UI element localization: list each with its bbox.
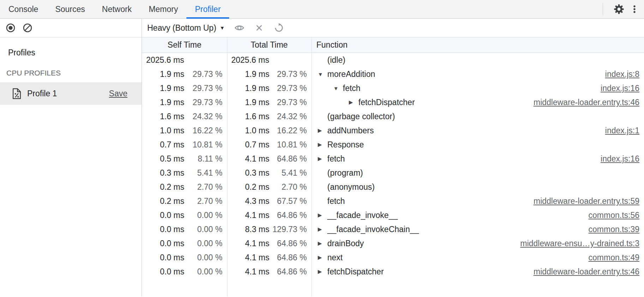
function-cell: ▶ __facade_invokeChain__ common.ts:39	[311, 225, 644, 234]
table-row[interactable]: 0.7 ms 10.81 % 0.7 ms 10.81 % ▶ Response	[142, 138, 644, 152]
view-mode-dropdown[interactable]: Heavy (Bottom Up) ▼	[147, 23, 225, 33]
function-name: __facade_invokeChain__	[327, 225, 419, 234]
self-time-percent: 10.81 %	[184, 140, 227, 150]
tree-expander-icon[interactable]: ▶	[318, 240, 327, 247]
source-location-link[interactable]: common.ts:39	[589, 225, 644, 234]
total-time-value: 4.1 ms	[227, 154, 269, 164]
source-location-link[interactable]: middleware-ensu…y-drained.ts:3	[520, 239, 644, 248]
tree-expander-icon[interactable]: ▶	[318, 254, 327, 261]
self-time-percent: 29.73 %	[184, 98, 227, 107]
self-time-cell: 0.2 ms 2.70 %	[142, 182, 227, 192]
refresh-icon[interactable]	[274, 23, 284, 33]
source-location-link[interactable]: index.js:1	[605, 126, 644, 135]
column-divider[interactable]	[227, 37, 227, 297]
gear-icon[interactable]	[614, 4, 624, 14]
save-profile-link[interactable]: Save	[109, 89, 127, 98]
total-time-value: 4.1 ms	[227, 267, 269, 277]
table-row[interactable]: 0.0 ms 0.00 % 4.1 ms 64.86 % ▶ next comm…	[142, 250, 644, 265]
self-time-cell: 0.0 ms 0.00 %	[142, 225, 227, 234]
total-time-cell: 1.9 ms 29.73 %	[227, 69, 311, 79]
grid-body: 2025.6 ms 2025.6 ms (idle) 1.9 ms 29.73 …	[142, 53, 644, 297]
self-time-cell: 0.0 ms 0.00 %	[142, 253, 227, 262]
column-divider[interactable]	[311, 37, 312, 297]
self-time-cell: 1.6 ms 24.32 %	[142, 112, 227, 121]
table-row[interactable]: 0.3 ms 5.41 % 0.3 ms 5.41 % (program)	[142, 166, 644, 180]
self-time-cell: 0.0 ms 0.00 %	[142, 239, 227, 248]
self-time-value: 0.3 ms	[142, 168, 184, 178]
tabbar-right-controls	[603, 0, 644, 18]
eye-icon[interactable]	[234, 23, 244, 33]
tab-console[interactable]: Console	[0, 0, 47, 18]
column-header-total-time[interactable]: Total Time	[227, 40, 311, 50]
self-time-cell: 0.0 ms 0.00 %	[142, 267, 227, 277]
total-time-cell: 0.3 ms 5.41 %	[227, 168, 311, 178]
sidebar-item-profile-1[interactable]: Profile 1 Save	[0, 82, 142, 105]
total-time-cell: 4.1 ms 64.86 %	[227, 267, 311, 277]
tree-expander-icon[interactable]: ▶	[318, 156, 327, 162]
self-time-value: 1.9 ms	[142, 69, 184, 79]
profiles-sidebar: Profiles CPU PROFILES Profile 1 Save	[0, 19, 142, 297]
function-cell: (garbage collector)	[311, 112, 644, 121]
table-row[interactable]: 1.9 ms 29.73 % 1.9 ms 29.73 % ▼ fetch in…	[142, 81, 644, 95]
column-header-function[interactable]: Function	[311, 40, 644, 50]
tree-expander-icon[interactable]: ▼	[318, 71, 327, 77]
tree-expander-icon[interactable]: ▶	[318, 212, 327, 218]
table-row[interactable]: 0.0 ms 0.00 % 4.1 ms 64.86 % ▶ __facade_…	[142, 208, 644, 222]
tab-memory[interactable]: Memory	[140, 0, 186, 18]
source-location-link[interactable]: index.js:8	[605, 69, 644, 79]
table-row[interactable]: 2025.6 ms 2025.6 ms (idle)	[142, 53, 644, 67]
table-row[interactable]: 1.6 ms 24.32 % 1.6 ms 24.32 % (garbage c…	[142, 109, 644, 123]
table-row[interactable]: 0.0 ms 0.00 % 4.1 ms 64.86 % ▶ drainBody…	[142, 236, 644, 250]
table-row[interactable]: 1.9 ms 29.73 % 1.9 ms 29.73 % ▼ moreAddi…	[142, 67, 644, 81]
tab-sources[interactable]: Sources	[47, 0, 93, 18]
chevron-down-icon: ▼	[220, 25, 225, 31]
profile-name: Profile 1	[27, 89, 57, 98]
source-location-link[interactable]: common.ts:56	[589, 211, 644, 220]
profile-view-toolbar: Heavy (Bottom Up) ▼	[142, 19, 644, 37]
source-location-link[interactable]: middleware-loader.entry.ts:59	[533, 196, 644, 206]
total-time-cell: 1.9 ms 29.73 %	[227, 98, 311, 107]
self-time-percent: 16.22 %	[184, 126, 227, 135]
total-time-cell: 8.3 ms 129.73 %	[227, 225, 311, 234]
total-time-cell: 2025.6 ms	[227, 55, 311, 65]
tab-network[interactable]: Network	[94, 0, 140, 18]
total-time-value: 4.3 ms	[227, 196, 269, 206]
table-row[interactable]: 1.9 ms 29.73 % 1.9 ms 29.73 % ▶ fetchDis…	[142, 95, 644, 109]
self-time-value: 0.7 ms	[142, 140, 184, 150]
tree-expander-icon[interactable]: ▶	[318, 141, 327, 148]
total-time-percent: 5.41 %	[269, 168, 311, 178]
tree-expander-icon[interactable]: ▶	[349, 99, 358, 105]
source-location-link[interactable]: index.js:16	[601, 84, 644, 93]
profile-document-icon	[12, 88, 22, 99]
tab-profiler[interactable]: Profiler	[186, 0, 229, 18]
function-name: fetch	[327, 154, 345, 164]
self-time-value: 0.2 ms	[142, 196, 184, 206]
column-header-self-time[interactable]: Self Time	[142, 40, 227, 50]
table-row[interactable]: 0.5 ms 8.11 % 4.1 ms 64.86 % ▶ fetch ind…	[142, 152, 644, 166]
profiler-controls-toolbar	[0, 19, 142, 37]
source-location-link[interactable]: common.ts:49	[589, 253, 644, 262]
sidebar-body: Profiles CPU PROFILES Profile 1 Save	[0, 37, 142, 297]
three-dot-menu-icon[interactable]	[629, 4, 640, 14]
table-row[interactable]: 0.0 ms 0.00 % 4.1 ms 64.86 % ▶ fetchDisp…	[142, 265, 644, 279]
close-icon[interactable]	[254, 23, 264, 33]
total-time-percent: 64.86 %	[269, 239, 311, 248]
tree-expander-icon[interactable]: ▼	[333, 85, 343, 91]
tree-expander-icon[interactable]: ▶	[318, 268, 327, 275]
function-cell: fetch middleware-loader.entry.ts:59	[311, 196, 644, 206]
source-location-link[interactable]: middleware-loader.entry.ts:46	[533, 98, 644, 107]
clear-icon[interactable]	[23, 23, 32, 33]
table-row[interactable]: 0.2 ms 2.70 % 0.2 ms 2.70 % (anonymous)	[142, 180, 644, 194]
table-row[interactable]: 0.2 ms 2.70 % 4.3 ms 67.57 % fetch middl…	[142, 194, 644, 208]
function-cell: ▶ fetchDispatcher middleware-loader.entr…	[311, 98, 644, 107]
table-row[interactable]: 0.0 ms 0.00 % 8.3 ms 129.73 % ▶ __facade…	[142, 222, 644, 236]
total-time-percent: 29.73 %	[269, 98, 311, 107]
source-location-link[interactable]: index.js:16	[601, 154, 644, 164]
table-row[interactable]: 1.0 ms 16.22 % 1.0 ms 16.22 % ▶ addNumbe…	[142, 123, 644, 138]
self-time-value: 0.0 ms	[142, 267, 184, 277]
self-time-value: 0.0 ms	[142, 253, 184, 262]
tree-expander-icon[interactable]: ▶	[318, 226, 327, 232]
record-icon[interactable]	[6, 23, 16, 33]
tree-expander-icon[interactable]: ▶	[318, 127, 327, 134]
source-location-link[interactable]: middleware-loader.entry.ts:46	[533, 267, 644, 277]
